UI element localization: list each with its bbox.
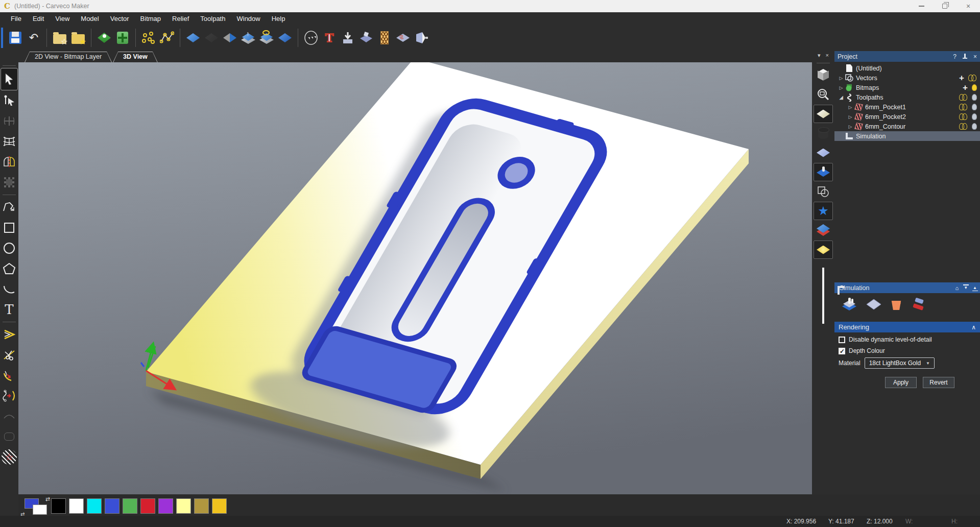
- collapse-icon[interactable]: ∧: [971, 324, 976, 331]
- undo-button[interactable]: ↶: [25, 28, 43, 48]
- apply-button[interactable]: Apply: [885, 377, 917, 388]
- pin-icon[interactable]: [963, 54, 967, 59]
- bitmaps-visibility-icon[interactable]: [972, 84, 977, 91]
- distort-tool[interactable]: [1, 131, 18, 152]
- expander-icon[interactable]: ▷: [838, 76, 845, 81]
- expander-icon[interactable]: ◢: [838, 94, 845, 100]
- material-dropdown[interactable]: 18ct LightBox Gold ▼: [865, 357, 935, 369]
- text-relief-button[interactable]: T: [320, 28, 339, 48]
- polygon-tool[interactable]: [1, 258, 18, 279]
- transform-tool[interactable]: [1, 111, 18, 131]
- add-vectors-icon[interactable]: +: [959, 74, 964, 82]
- tree-item-toolpath-pocket1[interactable]: ▷ 6mm_Pocket1: [834, 102, 980, 112]
- relief-select-button[interactable]: [257, 28, 276, 48]
- delete-simulation-icon[interactable]: [891, 299, 902, 310]
- palette-swatch-green[interactable]: [123, 498, 137, 514]
- expander-icon[interactable]: ▷: [847, 114, 854, 119]
- toolpath-3d-visibility-icon[interactable]: [972, 104, 977, 110]
- text-tool[interactable]: T: [1, 299, 18, 320]
- view-orientation-button[interactable]: [814, 66, 833, 84]
- menu-file[interactable]: File: [5, 12, 27, 25]
- material-block-button[interactable]: [814, 105, 833, 123]
- toolpath-3d-visibility-icon[interactable]: [972, 123, 977, 130]
- simulate-all-toolpaths-icon[interactable]: [842, 297, 857, 312]
- toolpath-3d-visibility-icon[interactable]: [972, 113, 977, 120]
- menu-edit[interactable]: Edit: [27, 12, 50, 25]
- node-edit-tool[interactable]: [1, 90, 18, 111]
- stamp-relief-button[interactable]: [357, 28, 375, 48]
- menu-help[interactable]: Help: [266, 12, 291, 25]
- vectors-visibility-icon[interactable]: [968, 75, 977, 82]
- expander-icon[interactable]: ▷: [847, 105, 854, 110]
- scale-relief-button[interactable]: [302, 28, 320, 48]
- tree-item-untitled[interactable]: (Untitled): [834, 63, 980, 73]
- rectangle-tool[interactable]: [1, 218, 18, 238]
- relief-gem-button[interactable]: [276, 28, 294, 48]
- tree-item-bitmaps[interactable]: ▷ Bitmaps +: [834, 83, 980, 92]
- menu-vector[interactable]: Vector: [105, 12, 135, 25]
- blue-block-button[interactable]: [814, 143, 833, 162]
- toolpath-2d-visibility-icon[interactable]: [959, 113, 968, 121]
- menu-bitmap[interactable]: Bitmap: [135, 12, 166, 25]
- rendering-section-header[interactable]: Rendering ∧: [834, 322, 980, 332]
- open-model-button[interactable]: ☆: [51, 28, 69, 48]
- depth-colour-checkbox[interactable]: ✓: [839, 348, 845, 354]
- tree-item-toolpath-pocket2[interactable]: ▷ 6mm_Pocket2: [834, 112, 980, 122]
- tree-item-simulation[interactable]: Simulation: [834, 131, 980, 141]
- swap-colours-icon[interactable]: ⇄: [45, 496, 50, 502]
- toolpaths-2d-visibility-icon[interactable]: [959, 94, 968, 101]
- palette-swatch-pale-yellow[interactable]: [176, 498, 191, 514]
- simulation-slider[interactable]: [822, 268, 824, 324]
- menu-view[interactable]: View: [50, 12, 75, 25]
- disable-lod-checkbox[interactable]: [839, 337, 845, 343]
- palette-swatch-black[interactable]: [51, 498, 66, 514]
- palette-swatch-cyan[interactable]: [87, 498, 102, 514]
- simulate-toolpath-button[interactable]: [814, 163, 833, 181]
- tree-item-vectors[interactable]: ▷ Vectors +: [834, 73, 980, 83]
- trim-tool[interactable]: [1, 345, 18, 365]
- primary-secondary-colours[interactable]: ⇄ ⇄: [25, 498, 48, 515]
- add-relief-button[interactable]: [113, 28, 132, 48]
- gold-block-button[interactable]: [814, 241, 833, 259]
- restore-button[interactable]: [933, 0, 957, 12]
- shade-down-icon[interactable]: ▼: [964, 285, 968, 290]
- save-button[interactable]: [6, 28, 25, 48]
- relief-mirror-button[interactable]: [221, 28, 239, 48]
- panel-close-icon[interactable]: ×: [973, 53, 977, 60]
- close-button[interactable]: ×: [957, 0, 980, 12]
- palette-swatch-red[interactable]: [140, 498, 155, 514]
- polyline-tool[interactable]: [1, 197, 18, 218]
- point-cloud-button[interactable]: [139, 28, 158, 48]
- rotary-block-button[interactable]: [814, 124, 833, 142]
- help-icon[interactable]: ?: [953, 53, 957, 60]
- offset-vector-tool[interactable]: [1, 324, 18, 345]
- arc-tool[interactable]: [1, 279, 18, 299]
- import-relief-button[interactable]: [339, 28, 357, 48]
- circle-tool[interactable]: [1, 238, 18, 258]
- panel-menu-icon[interactable]: ▾: [818, 52, 821, 59]
- palette-swatch-amber[interactable]: [212, 498, 227, 514]
- palette-swatch-olive[interactable]: [194, 498, 209, 514]
- menu-window[interactable]: Window: [231, 12, 266, 25]
- weave-relief-button[interactable]: [375, 28, 394, 48]
- texture-relief-button[interactable]: [394, 28, 412, 48]
- panel-close-icon[interactable]: ×: [826, 52, 829, 59]
- shape-outline-button[interactable]: [814, 182, 833, 201]
- toolpath-2d-visibility-icon[interactable]: [959, 123, 968, 130]
- toolpath-2d-visibility-icon[interactable]: [959, 104, 968, 111]
- join-vectors-tool[interactable]: [1, 386, 18, 406]
- select-tool[interactable]: [1, 68, 18, 90]
- simulation-section-header[interactable]: Simulation ⌂ ▼ ▲: [834, 282, 980, 293]
- texture-stamp-tool[interactable]: ☆: [1, 447, 18, 467]
- expander-icon[interactable]: ▷: [838, 85, 845, 90]
- home-icon[interactable]: ⌂: [955, 285, 959, 291]
- menu-relief[interactable]: Relief: [166, 12, 195, 25]
- revert-button[interactable]: Revert: [923, 377, 954, 388]
- mirror-tool[interactable]: [1, 152, 18, 172]
- menu-toolpath[interactable]: Toolpath: [195, 12, 231, 25]
- palette-swatch-blue[interactable]: [105, 498, 119, 514]
- preview-relief-button[interactable]: [412, 28, 431, 48]
- fillet-tool[interactable]: [1, 365, 18, 386]
- new-model-button[interactable]: [95, 28, 113, 48]
- tree-item-toolpath-contour[interactable]: ▷ 6mm_Contour: [834, 122, 980, 131]
